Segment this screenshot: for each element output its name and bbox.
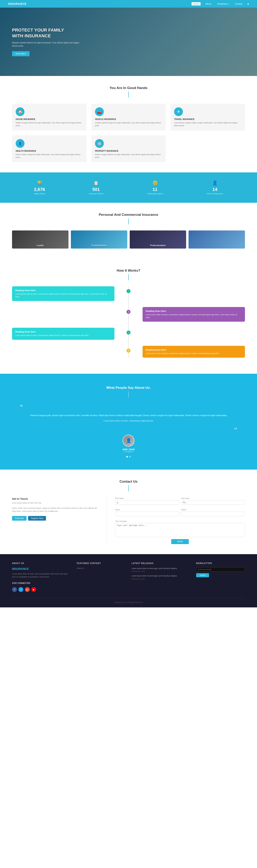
nav-about[interactable]: About [204, 2, 213, 5]
house-insurance-name: HOUSE INSURANCE [15, 118, 83, 120]
stat-happy-clients: 🏆 2,676 Happy Clients [34, 180, 45, 195]
timeline-card-2-text: Lorem ipsum dolor sit amet, consectetuer… [146, 313, 242, 319]
timeline-row-4: Heading Goes Here Lorem ipsum dolor sit … [12, 346, 245, 358]
property-insurance-desc: Nullam congue dolores leo eget malesuada… [95, 153, 162, 159]
personal-commercial-section: Personal And Commercial Insurance Loyalt… [0, 203, 257, 258]
timeline-card-3-title: Heading Goes Here [15, 331, 111, 333]
nav-dropdown[interactable]: Dropdown [216, 2, 230, 5]
form-email-group: Email [115, 509, 179, 516]
contact-section: Contact Us Get In Touch 1234 Avenue Bloc… [0, 470, 257, 554]
navbar-nav: Home About Dropdown Contact ● [192, 2, 249, 5]
footer-about-text: Lorem ipsum dolor sit amet. Sed ut persp… [12, 572, 71, 579]
pc-card-trust[interactable]: Trustworthiness [71, 230, 127, 249]
last-name-label: Last name [181, 497, 245, 499]
register-button[interactable]: Register Now [28, 516, 46, 521]
navbar-brand: INSURANCE [8, 2, 27, 5]
footer-featured-col: FEATURED CONTENT About Us [77, 562, 126, 592]
contact-form: First name Last name Email Phone [115, 497, 245, 544]
footer-news-title-2: Lorem ipsum dolor sit amet eget Lorem fa… [131, 575, 190, 578]
footer-about-col: ABOUT US INSURANCE Lorem ipsum dolor sit… [12, 562, 71, 592]
testimonial-sub: Lorem ipsum dolor sit amet, consectetuer… [20, 419, 237, 423]
user-icon[interactable]: ● [247, 2, 249, 5]
contact-address: 1234 Avenue Block at New York City. [12, 502, 99, 504]
testimonial-dot-1[interactable] [126, 456, 128, 458]
footer: ABOUT US INSURANCE Lorem ipsum dolor sit… [0, 554, 257, 608]
hero-cta-button[interactable]: Know More [12, 51, 30, 56]
stat-testimonials: 😊 11 Testimonials Agents [147, 180, 163, 195]
contact-info-title: Get In Touch [12, 497, 99, 500]
first-name-input[interactable] [115, 500, 179, 505]
footer-about-us-link[interactable]: About Us [77, 567, 126, 569]
email-input[interactable] [115, 512, 179, 516]
good-hands-section: You Are In Good Hands 🏠 HOUSE INSURANCE … [0, 76, 257, 173]
stat-clients-label: Happy Clients [34, 193, 45, 195]
timeline-dot-2: ✦ [127, 310, 130, 314]
contact-vertical-divider [107, 497, 107, 544]
hero-subtitle: Aliquam oportet dolores leo eget consecu… [12, 41, 80, 48]
footer-news-item-2: Lorem ipsum dolor sit amet eget Lorem fa… [131, 575, 190, 580]
timeline-dot-1: ✓ [127, 289, 130, 293]
contact-grid: Get In Touch 1234 Avenue Block at New Yo… [12, 497, 245, 544]
timeline-card-4-title: Heading Goes Here [146, 349, 242, 351]
newsletter-input[interactable] [196, 567, 245, 571]
navbar: INSURANCE Home About Dropdown Contact ● [0, 0, 257, 8]
quote-close-icon: ” [20, 427, 237, 435]
testimonials-section: What People Say About Us. “ Vivamus magn… [0, 374, 257, 470]
timeline-row-1: Heading Goes Here Lorem ipsum dolor sit … [12, 286, 245, 301]
last-name-input[interactable] [181, 500, 245, 505]
stat-experience: 👤 14 Years Of Experience [206, 180, 223, 195]
pc-card-4[interactable] [189, 230, 245, 249]
send-button[interactable]: SEND [171, 539, 189, 544]
facebook-icon[interactable]: f [12, 587, 17, 592]
contact-buttons: Subscribe Register Now [12, 516, 99, 521]
timeline-card-4: Heading Goes Here Lorem ipsum dolor sit … [142, 346, 245, 358]
form-name-row: First name Last name [115, 497, 245, 507]
timeline-row-2: Heading Goes Here Lorem ipsum dolor sit … [12, 307, 245, 322]
timeline-card-2-title: Heading Goes Here [146, 310, 242, 312]
subscribe-button[interactable]: Subscribe [12, 516, 27, 521]
service-card-travel: ✈ TRAVEL INSURANCE Cras ultrices congue … [170, 104, 245, 131]
testimonials-title: What People Say About Us. [20, 386, 237, 390]
pc-card-loyalty[interactable]: Loyalty [12, 230, 68, 249]
testimonial-dot-2[interactable] [129, 456, 131, 458]
form-first-name-group: First name [115, 497, 179, 505]
stat-testimonials-number: 11 [147, 187, 163, 192]
footer-newsletter-col: NEWSLETTER Submit [196, 562, 245, 592]
footer-newsletter-title: NEWSLETTER [196, 562, 245, 564]
nav-contact[interactable]: Contact [234, 2, 244, 5]
services-spacer [170, 135, 245, 162]
footer-brand: INSURANCE [12, 567, 71, 570]
how-it-works-title: How It Works? [12, 269, 245, 273]
contact-info: Get In Touch 1234 Avenue Block at New Yo… [12, 497, 99, 544]
service-card-house: 🏠 HOUSE INSURANCE Nullam congue dolores … [12, 104, 87, 131]
property-insurance-icon: 🏢 [95, 139, 104, 148]
contact-text: Donec mollis, enim a laoreet semper, sap… [12, 507, 99, 513]
timeline-dot-3: ✓ [127, 331, 130, 335]
footer-news-title-1: Lorem ipsum dolor sit amet eget Lorem fa… [131, 567, 190, 570]
newsletter-submit-button[interactable]: Submit [196, 573, 209, 577]
stat-experience-number: 14 [206, 187, 223, 192]
pc-card-professionalism[interactable]: Professionalism [130, 230, 186, 249]
stat-policies-number: 501 [89, 187, 103, 192]
stat-clients-icon: 🏆 [34, 180, 45, 186]
vehicle-insurance-name: VEHICLE INSURANCE [95, 118, 162, 120]
nav-home[interactable]: Home [192, 2, 200, 5]
travel-insurance-icon: ✈ [174, 107, 183, 116]
vehicle-insurance-icon: 🚗 [95, 107, 104, 116]
stats-banner: 🏆 2,676 Happy Clients 📋 501 Insurance Po… [0, 173, 257, 203]
reviewer-avatar: 👤 [123, 435, 134, 447]
footer-grid: ABOUT US INSURANCE Lorem ipsum dolor sit… [12, 562, 245, 592]
timeline-wrapper: Heading Goes Here Lorem ipsum dolor sit … [12, 286, 245, 358]
googleplus-icon[interactable]: g+ [25, 587, 30, 592]
phone-input[interactable] [181, 512, 245, 516]
form-last-name-group: Last name [181, 497, 245, 505]
twitter-icon[interactable]: t [19, 587, 23, 592]
testimonial-quote: Vivamus magna justo, lacinia eget consec… [20, 413, 237, 417]
service-card-property: 🏢 PROPERTY INSURANCE Nullam congue dolor… [91, 135, 166, 162]
youtube-icon[interactable]: ▶ [31, 587, 36, 592]
stat-testimonials-label: Testimonials Agents [147, 193, 163, 195]
house-insurance-icon: 🏠 [15, 107, 25, 116]
timeline-card-4-text: Lorem ipsum dolor sit amet, consectetuer… [146, 352, 242, 355]
message-textarea[interactable] [115, 523, 245, 537]
stat-policies: 📋 501 Insurance Policies [89, 180, 103, 195]
